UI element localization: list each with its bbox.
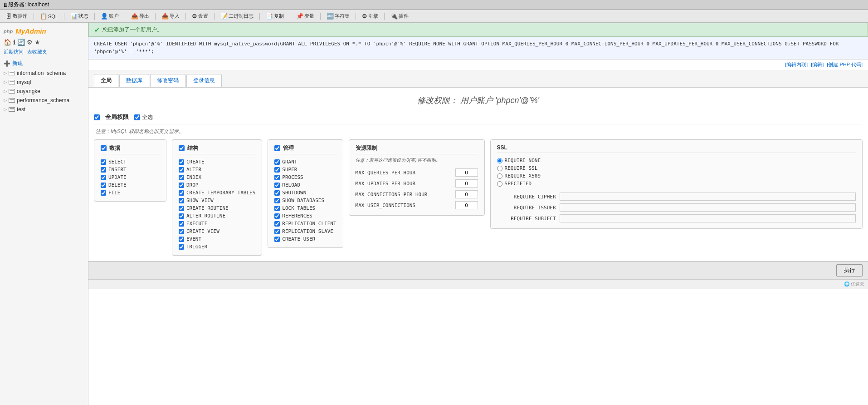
perm-checkbox-file[interactable] [101,190,106,196]
perm-checkbox-process[interactable] [274,175,280,180]
sidebar-item-information-schema[interactable]: ▷ information_schema [0,69,88,78]
perm-checkbox-delete[interactable] [101,183,106,188]
global-perms-checkbox[interactable] [94,114,100,120]
ssl-field-issuer-input[interactable] [560,203,856,212]
perm-checkbox-shutdown[interactable] [274,190,280,196]
sidebar-item-performance-schema[interactable]: ▷ performance_schema [0,96,88,105]
perm-checkbox-event[interactable] [179,237,184,242]
tab-login-info[interactable]: 登录信息 [186,74,222,87]
recent-link[interactable]: 近期访问 [4,49,24,55]
perm-checkbox-show-databases[interactable] [274,198,280,203]
settings2-icon[interactable]: ⚙ [27,39,33,46]
perm-checkbox-select[interactable] [101,159,106,165]
ssl-radio-ssl-label[interactable]: REQUIRE SSL [505,165,538,171]
perm-checkbox-update[interactable] [101,175,106,180]
toolbar-import[interactable]: 📥 导入 [158,11,183,21]
data-box-checkbox[interactable] [101,145,107,151]
toolbar-sep-5 [155,13,156,20]
edit-link[interactable]: [编辑] [811,62,824,67]
logo-myadmin: MyAdmin [15,27,46,35]
select-all-label[interactable]: 全选 [142,114,153,121]
perm-checkbox-create[interactable] [179,159,184,165]
info-icon[interactable]: ℹ [13,39,15,46]
global-perms-label[interactable]: 全局权限 [105,113,129,121]
toolbar-account[interactable]: 👤 账户 [98,11,122,21]
perm-checkbox-create-view[interactable] [179,229,184,234]
data-perm-box: 数据 SELECT INSERT UPDATE [94,139,166,202]
perm-checkbox-lock-tables[interactable] [274,206,280,211]
perm-checkbox-drop[interactable] [179,183,184,188]
select-all-checkbox[interactable] [134,114,140,120]
perm-checkbox-super[interactable] [274,167,280,173]
perm-checkbox-alter-routine[interactable] [179,213,184,219]
ssl-field-subject-input[interactable] [560,214,856,222]
success-icon: ✔ [94,26,100,34]
logo-php: php [4,29,13,34]
sidebar-new-button[interactable]: ➕ 新建 [0,58,88,69]
home-icon[interactable]: 🏠 [4,39,11,46]
toolbar-settings[interactable]: ⚙ 设置 [189,11,211,21]
create-php-link[interactable]: [创建 PHP 代码] [827,62,863,67]
toolbar-binlog[interactable]: 📝 二进制日志 [217,11,257,21]
perm-checkbox-create-temp[interactable] [179,190,184,196]
refresh-icon[interactable]: 🔄 [17,39,25,46]
toolbar-replicate[interactable]: 📑 复制 [263,11,287,21]
sidebar-item-mysql[interactable]: ▷ mysql [0,78,88,87]
ssl-radio-x509-input[interactable] [497,173,502,179]
perm-checkbox-replication-client[interactable] [274,221,280,227]
ssl-field-cipher-input[interactable] [560,193,856,201]
toolbar-sep-1 [34,13,34,20]
sidebar-item-ouyangke[interactable]: ▷ ouyangke [0,87,88,96]
toolbar-variables[interactable]: 📌 变量 [293,11,317,21]
admin-box-checkbox[interactable] [274,145,280,151]
new-icon: ➕ [4,60,10,67]
perm-item-process: PROCESS [274,173,336,181]
star-icon[interactable]: ★ [34,39,40,46]
perm-checkbox-reload[interactable] [274,183,280,188]
resource-box-title: 资源限制 [356,144,478,154]
perm-checkbox-trigger[interactable] [179,244,184,250]
toolbar-status[interactable]: 📊 状态 [67,11,92,21]
ssl-radio-none-label[interactable]: REQUIRE NONE [505,158,541,163]
resource-input-connections[interactable] [455,190,478,198]
perm-label-file: FILE [108,190,121,196]
ssl-radio-x509-label[interactable]: REQUIRE X509 [505,173,541,179]
db-icon-4 [9,98,15,103]
perm-checkbox-replication-slave[interactable] [274,229,280,234]
tab-database[interactable]: 数据库 [119,74,149,87]
ssl-radio-ssl-input[interactable] [497,166,502,171]
perm-checkbox-execute[interactable] [179,221,184,227]
perm-checkbox-insert[interactable] [101,167,106,173]
toolbar-export[interactable]: 📤 导出 [128,11,152,21]
resource-input-user-connections[interactable] [455,201,478,209]
tab-global[interactable]: 全局 [94,74,118,87]
ssl-radio-none-input[interactable] [497,158,502,163]
perm-checkbox-alter[interactable] [179,167,184,173]
perm-checkbox-create-routine[interactable] [179,206,184,211]
resource-input-updates[interactable] [455,179,478,188]
toolbar-sql[interactable]: 📋 SQL [37,11,61,21]
structure-box-checkbox[interactable] [179,145,185,151]
perm-checkbox-index[interactable] [179,175,184,180]
ssl-radio-specified-input[interactable] [497,181,502,187]
ssl-box-title: SSL [497,144,856,153]
perm-checkbox-create-user[interactable] [274,237,280,242]
perm-label-show-view: SHOW VIEW [186,198,214,203]
sidebar-item-test[interactable]: ▷ test [0,105,88,114]
favorites-link[interactable]: 表收藏夹 [27,49,47,55]
edit-inline-link[interactable]: [编辑内联] [785,62,808,67]
perm-checkbox-show-view[interactable] [179,198,184,203]
toolbar-charset[interactable]: 🔤 字符集 [323,11,353,21]
toolbar-database[interactable]: 🗄 数据库 [3,11,31,21]
status-icon: 📊 [70,13,78,20]
tab-change-password[interactable]: 修改密码 [150,74,185,87]
toolbar-engine[interactable]: ⚙ 引擎 [359,11,381,21]
perm-checkbox-grant[interactable] [274,159,280,165]
toolbar-plugins[interactable]: 🔌 插件 [387,11,412,21]
resource-input-queries[interactable] [455,168,478,177]
execute-button[interactable]: 执行 [836,264,863,277]
ssl-radio-specified-label[interactable]: SPECIFIED [505,181,532,187]
perm-item-event: EVENT [179,235,255,243]
perm-checkbox-references[interactable] [274,213,280,219]
resource-label-connections: MAX CONNECTIONS PER HOUR [356,192,428,198]
